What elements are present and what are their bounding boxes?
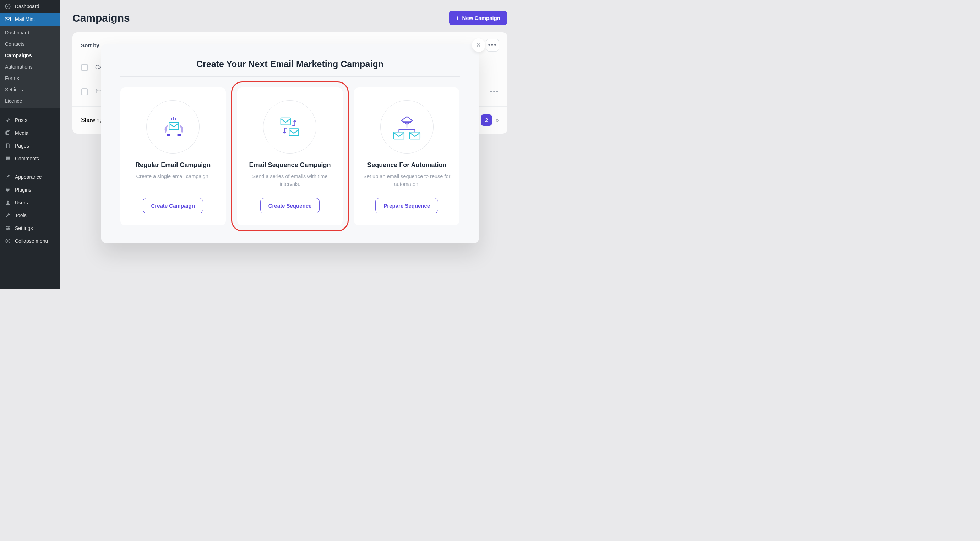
- page-icon: [4, 142, 11, 149]
- comment-icon: [4, 155, 11, 162]
- card-title: Email Sequence Campaign: [246, 161, 334, 169]
- prepare-sequence-button[interactable]: Prepare Sequence: [375, 198, 438, 213]
- sidebar-item-label: Posts: [15, 117, 27, 123]
- sidebar-sub-automations[interactable]: Automations: [0, 61, 60, 72]
- sidebar-subnav: Dashboard Contacts Campaigns Automations…: [0, 26, 60, 108]
- card-title: Regular Email Campaign: [129, 161, 217, 169]
- sidebar-sub-licence[interactable]: Licence: [0, 95, 60, 107]
- sidebar-item-pages[interactable]: Pages: [0, 139, 60, 152]
- sequence-automation-icon: [380, 100, 434, 153]
- sidebar-item-tools[interactable]: Tools: [0, 209, 60, 222]
- svg-rect-14: [394, 132, 404, 139]
- sidebar-item-label: Media: [15, 130, 29, 136]
- sidebar-sub-settings[interactable]: Settings: [0, 84, 60, 95]
- collapse-icon: [4, 238, 11, 244]
- sidebar-item-label: Settings: [15, 225, 33, 231]
- create-campaign-modal: ✕ Create Your Next Email Marketing Campa…: [101, 44, 479, 243]
- sidebar-item-posts[interactable]: Posts: [0, 114, 60, 126]
- sidebar-item-label: Dashboard: [5, 30, 29, 35]
- card-title: Sequence For Automation: [363, 161, 451, 169]
- brush-icon: [4, 174, 11, 180]
- card-regular-campaign: Regular Email Campaign Create a single e…: [120, 88, 226, 225]
- sidebar-item-label: Contacts: [5, 41, 24, 47]
- user-icon: [4, 199, 11, 206]
- svg-rect-15: [410, 132, 420, 139]
- sidebar-item-comments[interactable]: Comments: [0, 152, 60, 165]
- mail-icon: [4, 16, 11, 23]
- campaign-type-cards: Regular Email Campaign Create a single e…: [120, 88, 460, 225]
- sidebar-item-label: Tools: [15, 212, 27, 218]
- card-description: Create a single email campaign.: [129, 172, 217, 189]
- dashboard-icon: [4, 3, 11, 10]
- svg-point-5: [7, 201, 8, 203]
- sidebar-item-label: Mail Mint: [15, 16, 35, 22]
- card-email-sequence: Email Sequence Campaign Send a series of…: [237, 88, 343, 225]
- sidebar-item-label: Automations: [5, 64, 33, 70]
- sidebar-item-label: Campaigns: [5, 53, 32, 58]
- svg-rect-11: [169, 122, 178, 129]
- card-sequence-automation: Sequence For Automation Set up an email …: [354, 88, 460, 225]
- sidebar-item-label: Dashboard: [15, 3, 40, 9]
- sidebar-item-collapse[interactable]: Collapse menu: [0, 235, 60, 247]
- modal-close-button[interactable]: ✕: [472, 38, 485, 52]
- svg-point-7: [8, 228, 9, 229]
- modal-title: Create Your Next Email Marketing Campaig…: [120, 59, 460, 77]
- sidebar-item-label: Settings: [5, 87, 23, 93]
- sidebar-item-label: Licence: [5, 98, 22, 104]
- create-campaign-button[interactable]: Create Campaign: [143, 198, 203, 213]
- sidebar-item-media[interactable]: Media: [0, 126, 60, 139]
- sliders-icon: [4, 225, 11, 232]
- sidebar-item-appearance[interactable]: Appearance: [0, 171, 60, 184]
- svg-rect-2: [5, 18, 11, 21]
- card-description: Send a series of emails with time interv…: [246, 172, 334, 189]
- media-icon: [4, 129, 11, 137]
- modal-backdrop: ✕ Create Your Next Email Marketing Campa…: [60, 0, 519, 289]
- email-sequence-icon: [263, 100, 317, 153]
- sidebar-item-label: Users: [15, 200, 28, 206]
- card-description: Set up an email sequence to reuse for au…: [363, 172, 451, 189]
- sidebar-item-label: Collapse menu: [15, 238, 48, 244]
- svg-point-6: [6, 227, 8, 228]
- sidebar-sub-dashboard[interactable]: Dashboard: [0, 27, 60, 38]
- sidebar-item-wp-settings[interactable]: Settings: [0, 222, 60, 235]
- sidebar-item-label: Forms: [5, 75, 19, 81]
- sidebar-item-plugins[interactable]: Plugins: [0, 184, 60, 196]
- sidebar-item-label: Plugins: [15, 187, 31, 193]
- sidebar-item-label: Appearance: [15, 174, 42, 180]
- svg-point-1: [8, 6, 8, 7]
- svg-rect-12: [281, 118, 290, 125]
- sidebar-item-dashboard[interactable]: Dashboard: [0, 0, 60, 13]
- svg-point-9: [6, 239, 10, 243]
- svg-rect-13: [290, 129, 299, 136]
- plug-icon: [4, 186, 11, 193]
- sidebar-item-mailmint[interactable]: Mail Mint: [0, 13, 60, 26]
- admin-sidebar: Dashboard Mail Mint Dashboard Contacts C…: [0, 0, 60, 289]
- create-sequence-button[interactable]: Create Sequence: [260, 198, 320, 213]
- pin-icon: [4, 116, 11, 124]
- close-icon: ✕: [476, 41, 481, 49]
- sidebar-item-label: Pages: [15, 143, 29, 148]
- sidebar-sub-campaigns[interactable]: Campaigns: [0, 50, 60, 61]
- svg-point-8: [7, 229, 8, 230]
- regular-campaign-icon: [146, 100, 200, 153]
- sidebar-item-users[interactable]: Users: [0, 196, 60, 209]
- wrench-icon: [4, 212, 11, 219]
- sidebar-item-label: Comments: [15, 156, 39, 161]
- sidebar-sub-contacts[interactable]: Contacts: [0, 38, 60, 50]
- sidebar-sub-forms[interactable]: Forms: [0, 72, 60, 84]
